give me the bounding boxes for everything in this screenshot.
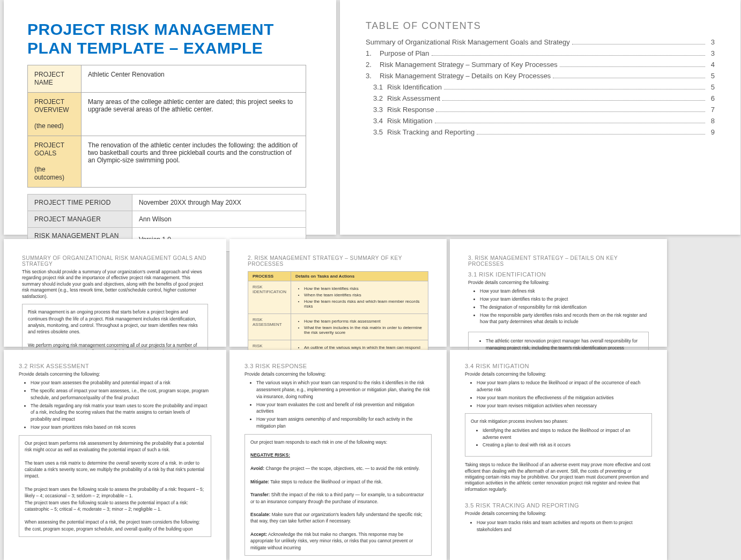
- page-risk-response: 3.3 RISK RESPONSE Provide details concer…: [229, 350, 447, 560]
- lbl-project-overview: PROJECT OVERVIEW (the need): [28, 93, 81, 136]
- content-box: Our project team performs risk assessmen…: [19, 435, 211, 537]
- bullet-list: How your team assesses the probability a…: [19, 379, 211, 430]
- lbl-time-period: PROJECT TIME PERIOD: [28, 195, 132, 211]
- section-heading: SUMMARY OF ORGANIZATIONAL RISK MANAGEMEN…: [22, 255, 208, 267]
- toc-sub-row: 3.5Risk Tracking and Reporting9: [366, 128, 715, 136]
- section-heading: 2. RISK MANAGEMENT STRATEGY – SUMMARY OF…: [248, 255, 428, 267]
- subsection-heading: 3.3 RISK RESPONSE: [244, 363, 432, 369]
- toc-row: 1.Purpose of Plan3: [366, 49, 715, 57]
- bullet-list: The various ways in which your team can …: [244, 379, 432, 429]
- page-risk-identification: 3. RISK MANAGEMENT STRATEGY – DETAILS ON…: [450, 239, 667, 347]
- bullet-list: How your team plans to reduce the likeli…: [465, 379, 652, 409]
- lead-text: Provide details concerning the following…: [244, 371, 432, 377]
- bullet-list: How your team defines riskHow your team …: [468, 288, 649, 325]
- toc-sub-row: 3.2Risk Assessment6: [366, 94, 715, 102]
- section-intro: This section should provide a summary of…: [22, 269, 208, 300]
- content-box: Our project team responds to each risk i…: [244, 434, 432, 556]
- lead-text: Provide details concerning the following…: [465, 511, 652, 517]
- toc-row: Summary of Organizational Risk Managemen…: [366, 38, 715, 46]
- toc-title: TABLE OF CONTENTS: [366, 20, 715, 32]
- lead-text: Provide details concerning the following…: [465, 371, 652, 377]
- page-summary-processes: 2. RISK MANAGEMENT STRATEGY – SUMMARY OF…: [229, 239, 447, 347]
- project-meta-table: PROJECT NAME Athletic Center Renovation …: [27, 65, 306, 188]
- toc-sub-row: 3.1Risk Identification5: [366, 83, 715, 91]
- val-project-overview: Many areas of the college athletic cente…: [81, 93, 306, 136]
- bullet-list: How your team tracks risks and team acti…: [465, 519, 652, 533]
- paragraph: Taking steps to reduce the likelihood of…: [465, 462, 652, 492]
- val-time-period: November 20XX through May 20XX: [132, 195, 306, 211]
- lbl-project-goals: PROJECT GOALS (the outcomes): [28, 136, 81, 188]
- toc-sub-row: 3.3Risk Response7: [366, 106, 715, 114]
- lead-text: Provide details concerning the following…: [468, 280, 649, 286]
- page-risk-assessment: 3.2 RISK ASSESSMENT Provide details conc…: [4, 350, 226, 560]
- val-project-goals: The renovation of the athletic center in…: [81, 136, 306, 188]
- page-cover: PROJECT RISK MANAGEMENT PLAN TEMPLATE – …: [4, 0, 336, 235]
- subsection-heading: 3.1 RISK IDENTIFICATION: [468, 271, 649, 278]
- content-box: Our risk mitigation process involves two…: [465, 413, 652, 457]
- page-risk-mitigation: 3.4 RISK MITIGATION Provide details conc…: [450, 350, 667, 560]
- table-row: RISK IDENTIFICATION How the team identif…: [248, 281, 428, 314]
- doc-title: PROJECT RISK MANAGEMENT PLAN TEMPLATE – …: [27, 20, 313, 57]
- toc-row: 2.Risk Management Strategy – Summary of …: [366, 61, 715, 69]
- page-summary: SUMMARY OF ORGANIZATIONAL RISK MANAGEMEN…: [4, 239, 226, 347]
- subsection-heading: 3.5 RISK TRACKING AND REPORTING: [465, 502, 652, 509]
- subsection-heading: 3.2 RISK ASSESSMENT: [19, 363, 211, 369]
- toc-row: 3.Risk Management Strategy – Details on …: [366, 72, 715, 80]
- lbl-project-manager: PROJECT MANAGER: [28, 211, 132, 228]
- process-table: PROCESSDetails on Tasks and Actions RISK…: [248, 271, 428, 360]
- toc-sub-row: 3.4Risk Mitigation8: [366, 117, 715, 125]
- table-row: RISK ASSESSMENT How the team performs ri…: [248, 314, 428, 340]
- page-toc: TABLE OF CONTENTS Summary of Organizatio…: [340, 0, 740, 235]
- val-project-manager: Ann Wilson: [132, 211, 306, 228]
- val-project-name: Athletic Center Renovation: [81, 65, 306, 93]
- subsection-heading: 3.4 RISK MITIGATION: [465, 363, 652, 369]
- lbl-project-name: PROJECT NAME: [28, 65, 81, 93]
- section-heading: 3. RISK MANAGEMENT STRATEGY – DETAILS ON…: [468, 255, 649, 267]
- lead-text: Provide details concerning the following…: [19, 371, 211, 377]
